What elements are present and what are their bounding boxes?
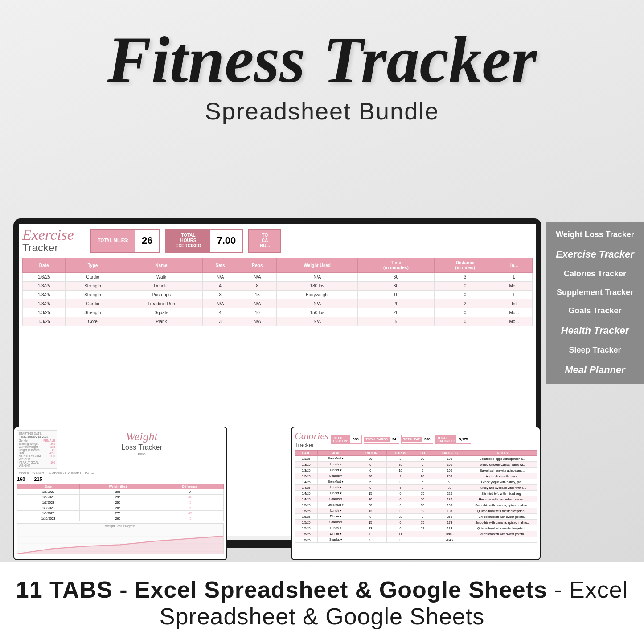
wl-col-weight: Weight (lbs) — [79, 484, 156, 489]
total-cal-label: TOCABU... — [249, 230, 280, 252]
ct-calories-label: TOTALCALORIES: — [435, 435, 456, 443]
col-distance: Distance(in miles) — [434, 258, 496, 273]
sidebar-item-supplement[interactable]: Supplement Tracker — [550, 284, 640, 301]
table-row: 1/3/25StrengthSquats410150 lbs200Mo... — [23, 308, 533, 317]
table-row: 1/3/25CardioTreadmill RunN/AN/AN/A202Int — [23, 299, 533, 308]
col-weight: Weight Used — [277, 258, 358, 273]
title-area: Fitness Tracker Spreadsheet Bundle — [36, 27, 608, 125]
sidebar-item-weight-loss[interactable]: Weight Loss Tracker — [550, 226, 640, 243]
sidebar-item-exercise[interactable]: Exercise Tracker — [550, 245, 640, 264]
tracker-title: Tracker — [323, 27, 537, 93]
table-row: 1/4/25Snacks ▾10010180Hummus with cucumb… — [295, 496, 537, 502]
table-row: 1/6/25CardioWalkN/AN/AN/A603L — [23, 273, 533, 282]
sidebar-item-calories[interactable]: Calories Tracker — [550, 266, 640, 283]
total-miles-box: TOTAL MILES: 26 — [90, 229, 160, 253]
ct-carbs-stat: TOTAL CARBS 24 — [364, 435, 399, 444]
ct-logo: Calories Tracker — [295, 430, 328, 448]
wl-info-panel: STARTING DATE: Friday, January 13, 2023 … — [17, 430, 57, 469]
table-row: 1/5/25Dinner ▾0110166.8Grilled chicken w… — [295, 531, 537, 537]
table-row: 1/4/25Breakfast ▾50560Greek yogurt with … — [295, 479, 537, 485]
col-reps: Reps — [238, 258, 277, 273]
wl-logo-area: Weight Loss Tracker PRO — [60, 430, 224, 469]
bottom-bar: 11 TABS - Excel Spreadsheet & Google She… — [0, 562, 644, 644]
ct-col-carbs: CARBS — [387, 451, 414, 456]
ct-carbs-label: TOTAL CARBS — [364, 437, 390, 442]
col-name: Name — [120, 258, 202, 273]
table-row: 1/3/25Breakfast ▾30230100Scrambled eggs … — [295, 456, 537, 462]
col-sets: Sets — [203, 258, 238, 273]
et-header: Exercise Tracker TOTAL MILES: 26 TOTALHO… — [22, 227, 533, 254]
ct-fat-label: TOTAL FAT — [402, 437, 422, 442]
ct-col-date: DATE — [295, 451, 318, 456]
total-hours-value: 7.00 — [210, 230, 242, 252]
wl-values: 160 215 — [17, 476, 224, 482]
ct-calories-stat: TOTALCALORIES: 3,175 — [435, 435, 471, 444]
fitness-title: Fitness — [107, 27, 305, 93]
table-row: 1/6/2023295-10 — [17, 495, 224, 500]
table-row: 1/5/25Breakfast ▾30030100Smoothie with b… — [295, 502, 537, 508]
footer-text: 11 TABS - Excel Spreadsheet & Google She… — [0, 576, 644, 630]
total-miles-label: TOTAL MILES: — [91, 230, 135, 252]
ct-col-notes: NOTES — [468, 451, 537, 456]
ct-header: Calories Tracker TOTALPROTEIN: 388 TOTAL… — [295, 430, 537, 448]
calories-table: DATE MEAL PROTEIN CARBS FAT CALORIES NOT… — [295, 450, 537, 543]
sidebar-item-health[interactable]: Health Tracker — [550, 321, 640, 340]
table-row: 1/5/20233050 — [17, 489, 224, 495]
wl-table: Date Weight (lbs) Difference 1/5/2023305… — [17, 484, 224, 521]
table-row: 1/5/25Lunch ▾13012133Quinoa bowl with ro… — [295, 525, 537, 531]
subtitle: Spreadsheet Bundle — [36, 97, 608, 125]
calories-screen: Calories Tracker TOTALPROTEIN: 388 TOTAL… — [291, 427, 541, 560]
table-row: 1/4/25Lunch ▾05080Turkey and avocado wra… — [295, 485, 537, 491]
col-time: Time(in minutes) — [358, 258, 435, 273]
table-row: 1/3/25StrengthPush-ups315Bodyweight100L — [23, 291, 533, 299]
table-row: 1/10/2023265-5 — [17, 516, 224, 521]
table-row: 1/4/25Dinner ▾15015220Stir-fried tofu wi… — [295, 491, 537, 496]
wl-header: STARTING DATE: Friday, January 13, 2023 … — [17, 430, 224, 469]
right-sidebar: Weight Loss Tracker Exercise Tracker Cal… — [546, 222, 644, 384]
svg-marker-3 — [17, 536, 223, 554]
weight-chart-svg — [17, 529, 223, 554]
table-row: 1/7/2023290-5 — [17, 500, 224, 505]
col-date: Date — [23, 258, 66, 273]
exercise-tracker: Exercise Tracker TOTAL MILES: 26 TOTALHO… — [19, 224, 536, 330]
table-row: 1/3/25StrengthDeadlift48180 lbs300Mo... — [23, 282, 533, 291]
col-type: Type — [66, 258, 120, 273]
wl-target-current: TARGET WEIGHT CURRENT WEIGHT TOT... — [17, 471, 224, 475]
et-logo: Exercise Tracker — [22, 227, 85, 254]
table-row: 1/3/25Dinner ▾0100100Baked salmon with q… — [295, 468, 537, 473]
ct-fat-val: 388 — [422, 436, 433, 442]
table-row: 1/5/25Dinner ▾0200250Grilled chicken wit… — [295, 514, 537, 520]
exercise-table: Date Type Name Sets Reps Weight Used Tim… — [22, 258, 533, 326]
sidebar-item-sleep[interactable]: Sleep Tracker — [550, 342, 640, 359]
table-row: 1/3/25Lunch ▾0300350Grilled chicken Caes… — [295, 462, 537, 468]
total-hours-label: TOTALHOURSEXERCISED — [166, 230, 210, 252]
table-row: 1/3/25Snacks ▾20220250Apple slices with … — [295, 473, 537, 479]
table-row: 1/5/25Lunch ▾13012133Quinoa bowl with ro… — [295, 508, 537, 514]
ct-calories-val: 3,175 — [456, 436, 471, 442]
ct-stats: TOTALPROTEIN: 388 TOTAL CARBS 24 TOTAL F… — [331, 435, 471, 444]
ct-col-fat: FAT — [414, 451, 431, 456]
wl-chart: Weight Loss Progress — [17, 523, 224, 554]
ct-col-meal: MEAL — [317, 451, 354, 456]
ct-carbs-val: 24 — [390, 436, 399, 442]
ct-protein-stat: TOTALPROTEIN: 388 — [331, 435, 362, 444]
sidebar-item-meal[interactable]: Meal Planner — [550, 361, 640, 379]
wl-col-diff: Difference — [156, 484, 223, 489]
total-miles-value: 26 — [135, 230, 159, 252]
table-row: 1/8/2023285-5 — [17, 505, 224, 511]
sidebar-item-goals[interactable]: Goals Tracker — [550, 303, 640, 320]
ct-fat-stat: TOTAL FAT 388 — [401, 435, 434, 444]
table-row: 1/3/25CorePlank3N/AN/A50Mo... — [23, 317, 533, 326]
ct-col-protein: PROTEIN — [354, 451, 386, 456]
table-row: 1/9/2023270-15 — [17, 511, 224, 516]
ct-protein-label: TOTALPROTEIN: — [332, 435, 350, 443]
table-row: 1/5/25Snacks ▾15015178Smoothie with bana… — [295, 520, 537, 525]
ct-protein-val: 388 — [350, 436, 361, 442]
ct-col-calories: CALORIES — [431, 451, 468, 456]
weight-loss-screen: STARTING DATE: Friday, January 13, 2023 … — [13, 427, 227, 560]
col-in: In... — [496, 258, 533, 273]
table-row: 1/5/25Snacks ▾908204.7... — [295, 537, 537, 543]
total-cal-box: TOCABU... — [248, 229, 281, 253]
wl-col-date: Date — [17, 484, 80, 489]
total-hours-box: TOTALHOURSEXERCISED 7.00 — [165, 229, 243, 253]
